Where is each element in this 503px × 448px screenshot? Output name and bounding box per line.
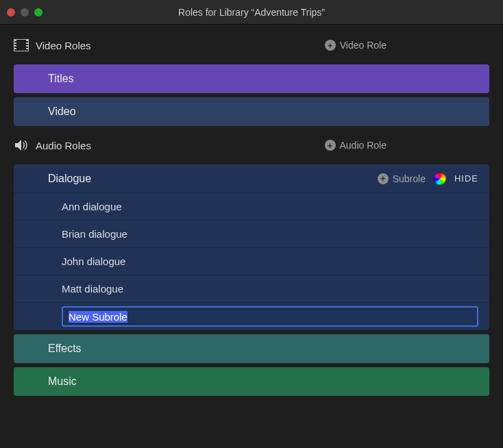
role-row-titles[interactable]: Titles — [14, 64, 489, 93]
add-video-role-button[interactable]: + Video Role — [325, 40, 387, 51]
hide-subroles-button[interactable]: HIDE — [454, 173, 478, 184]
subrole-row-editing — [14, 303, 489, 330]
new-subrole-input[interactable] — [62, 306, 478, 327]
role-color-picker[interactable] — [434, 173, 446, 185]
titlebar: Roles for Library “Adventure Trips” — [0, 0, 503, 25]
role-label: Video — [48, 105, 76, 118]
subrole-row[interactable]: John dialogue — [14, 248, 489, 275]
speaker-icon — [14, 139, 36, 151]
add-subrole-button[interactable]: + Subrole — [378, 173, 426, 184]
plus-icon: + — [325, 140, 336, 151]
subrole-label: Brian dialogue — [62, 228, 127, 240]
role-row-music[interactable]: Music — [14, 367, 489, 396]
add-audio-role-button[interactable]: + Audio Role — [325, 140, 387, 151]
plus-icon: + — [325, 40, 336, 51]
window-title: Roles for Library “Adventure Trips” — [0, 7, 503, 18]
subrole-label: Matt dialogue — [62, 283, 123, 295]
role-label: Titles — [48, 73, 74, 85]
roles-panel: Video Roles + Video Role Titles Video Au… — [0, 25, 503, 411]
plus-icon: + — [378, 173, 389, 184]
role-label: Effects — [48, 343, 82, 355]
role-row-effects[interactable]: Effects — [14, 334, 489, 363]
role-group-dialogue: Dialogue + Subrole HIDE Ann dialogue Bri… — [14, 164, 489, 330]
video-roles-header: Video Roles + Video Role — [8, 30, 495, 60]
role-label: Music — [48, 375, 77, 388]
window-close-button[interactable] — [7, 8, 15, 16]
audio-roles-label: Audio Roles — [36, 140, 91, 151]
window-zoom-button[interactable] — [34, 8, 42, 16]
subrole-row[interactable]: Ann dialogue — [14, 193, 489, 221]
role-row-video[interactable]: Video — [14, 97, 489, 126]
subrole-label: John dialogue — [62, 256, 125, 267]
audio-roles-header: Audio Roles + Audio Role — [8, 130, 495, 160]
traffic-lights — [7, 8, 42, 16]
add-audio-role-label: Audio Role — [340, 140, 387, 151]
add-subrole-label: Subrole — [393, 173, 426, 184]
filmstrip-icon — [14, 39, 36, 51]
role-row-dialogue[interactable]: Dialogue + Subrole HIDE — [14, 164, 489, 193]
add-video-role-label: Video Role — [340, 40, 387, 51]
subrole-label: Ann dialogue — [62, 201, 122, 212]
window-minimize-button[interactable] — [21, 8, 29, 16]
subrole-row[interactable]: Brian dialogue — [14, 221, 489, 248]
video-roles-label: Video Roles — [36, 40, 91, 51]
subrole-row[interactable]: Matt dialogue — [14, 275, 489, 303]
role-label: Dialogue — [48, 173, 369, 185]
